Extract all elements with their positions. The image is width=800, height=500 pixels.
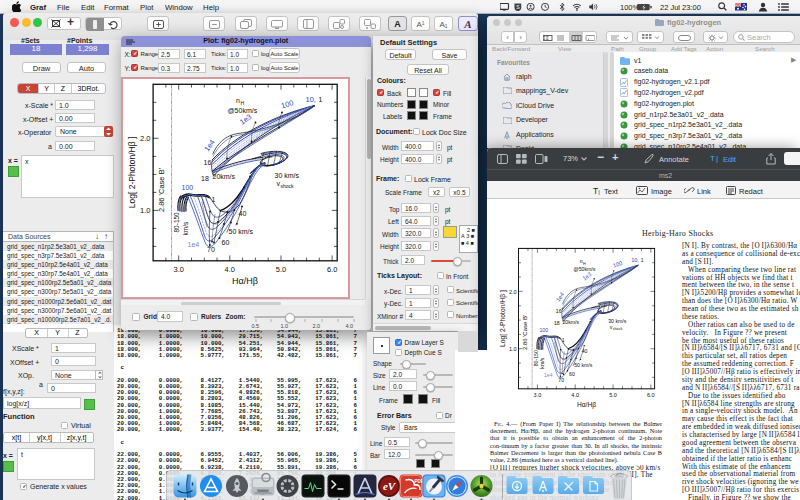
- svg-text:eV: eV: [383, 480, 397, 492]
- svg-text:S: S: [516, 4, 520, 10]
- svg-text:PDF: PDF: [415, 479, 424, 484]
